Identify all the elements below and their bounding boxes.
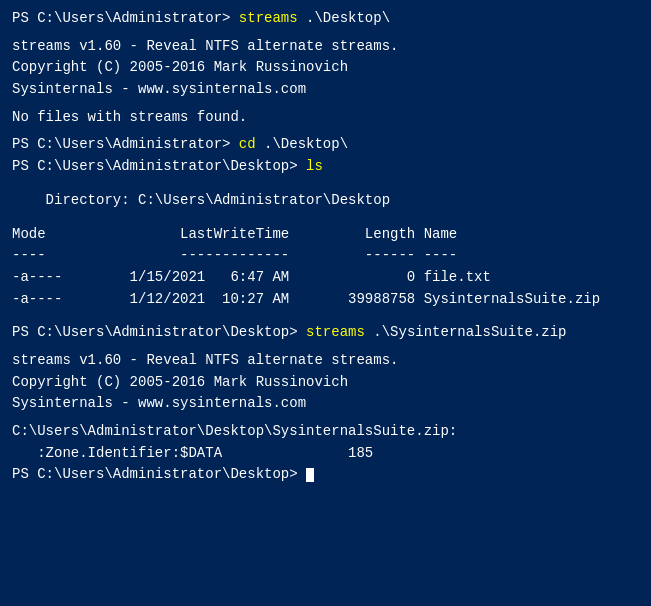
- line8: Directory: C:\Users\Administrator\Deskto…: [12, 190, 639, 212]
- text-part: .\Desktop\: [298, 10, 390, 26]
- text-part: ---- ------------- ------ ----: [12, 247, 457, 263]
- terminal-window: PS C:\Users\Administrator> streams .\Des…: [12, 8, 639, 598]
- line15: Copyright (C) 2005-2016 Mark Russinovich: [12, 372, 639, 394]
- line10: ---- ------------- ------ ----: [12, 245, 639, 267]
- text-part: C:\Users\Administrator\Desktop\Sysintern…: [12, 423, 457, 439]
- text-part: PS C:\Users\Administrator\Desktop>: [12, 158, 306, 174]
- text-part: streams v1.60 - Reveal NTFS alternate st…: [12, 38, 398, 54]
- text-part: PS C:\Users\Administrator\Desktop>: [12, 466, 306, 482]
- line11: -a---- 1/15/2021 6:47 AM 0 file.txt: [12, 267, 639, 289]
- text-part: Directory: C:\Users\Administrator\Deskto…: [12, 192, 390, 208]
- line14: streams v1.60 - Reveal NTFS alternate st…: [12, 350, 639, 372]
- text-part: PS C:\Users\Administrator>: [12, 10, 239, 26]
- line19: PS C:\Users\Administrator\Desktop>: [12, 464, 639, 486]
- line12: -a---- 1/12/2021 10:27 AM 39988758 Sysin…: [12, 289, 639, 311]
- line2: streams v1.60 - Reveal NTFS alternate st…: [12, 36, 639, 58]
- line16: Sysinternals - www.sysinternals.com: [12, 393, 639, 415]
- text-part: No files with streams found.: [12, 109, 247, 125]
- text-part: PS C:\Users\Administrator>: [12, 136, 239, 152]
- line5: No files with streams found.: [12, 107, 639, 129]
- text-part: .\Desktop\: [256, 136, 348, 152]
- line18: :Zone.Identifier:$DATA 185: [12, 443, 639, 465]
- line9: Mode LastWriteTime Length Name: [12, 224, 639, 246]
- text-part: -a---- 1/15/2021 6:47 AM 0 file.txt: [12, 269, 491, 285]
- text-part: streams: [306, 324, 365, 340]
- line7: PS C:\Users\Administrator\Desktop> ls: [12, 156, 639, 178]
- line1: PS C:\Users\Administrator> streams .\Des…: [12, 8, 639, 30]
- line17: C:\Users\Administrator\Desktop\Sysintern…: [12, 421, 639, 443]
- text-part: PS C:\Users\Administrator\Desktop>: [12, 324, 306, 340]
- text-part: streams: [239, 10, 298, 26]
- text-part: Sysinternals - www.sysinternals.com: [12, 395, 306, 411]
- text-part: ls: [306, 158, 323, 174]
- text-part: streams v1.60 - Reveal NTFS alternate st…: [12, 352, 398, 368]
- text-part: cd: [239, 136, 256, 152]
- text-part: -a---- 1/12/2021 10:27 AM 39988758 Sysin…: [12, 291, 600, 307]
- text-part: Copyright (C) 2005-2016 Mark Russinovich: [12, 374, 348, 390]
- text-part: :Zone.Identifier:$DATA 185: [12, 445, 373, 461]
- line4: Sysinternals - www.sysinternals.com: [12, 79, 639, 101]
- text-part: Sysinternals - www.sysinternals.com: [12, 81, 306, 97]
- line3: Copyright (C) 2005-2016 Mark Russinovich: [12, 57, 639, 79]
- text-part: Mode LastWriteTime Length Name: [12, 226, 457, 242]
- line6: PS C:\Users\Administrator> cd .\Desktop\: [12, 134, 639, 156]
- text-part: .\SysinternalsSuite.zip: [365, 324, 567, 340]
- cursor: [306, 468, 314, 482]
- line13: PS C:\Users\Administrator\Desktop> strea…: [12, 322, 639, 344]
- text-part: Copyright (C) 2005-2016 Mark Russinovich: [12, 59, 348, 75]
